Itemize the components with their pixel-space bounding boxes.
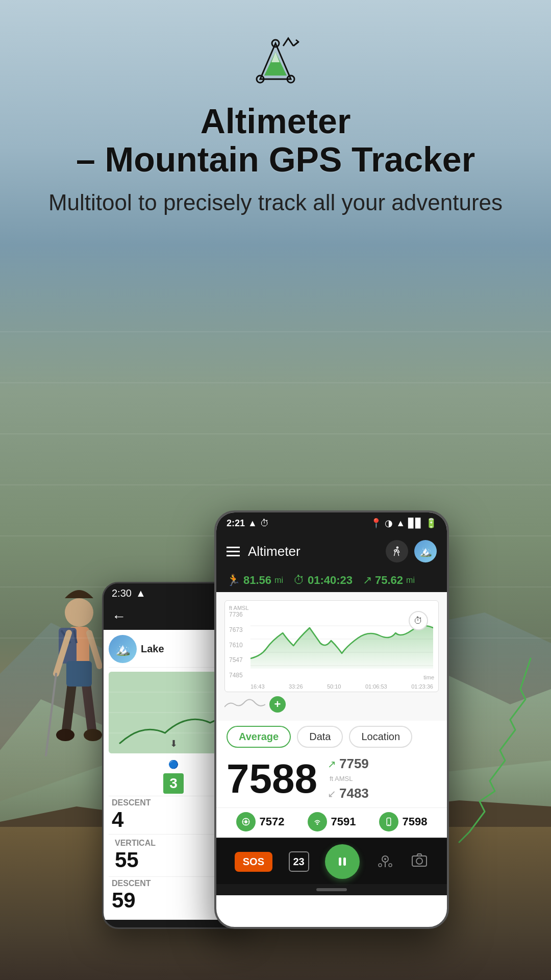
front-status-bar: 2:21 ▲ ⏱ 📍 ◑ ▲ ▊▊ 🔋 <box>216 512 447 534</box>
front-time: 2:21 <box>227 518 245 529</box>
back-time: 2:30 <box>112 587 132 599</box>
y-axis-labels: 7736 7673 7610 7547 7485 <box>229 611 243 679</box>
green-badge: 3 <box>163 773 184 794</box>
svg-point-47 <box>379 864 382 867</box>
svg-rect-44 <box>343 857 346 866</box>
app-logo <box>245 31 306 92</box>
header-title: Altimeter <box>248 544 300 559</box>
profile-icon[interactable]: 🏔️ <box>414 540 437 562</box>
tab-data[interactable]: Data <box>297 726 343 748</box>
status-triangle: ▲ <box>248 518 257 529</box>
chart-svg <box>251 612 433 679</box>
wifi-sensor: 7591 <box>308 812 356 831</box>
side-readings: ↗ 7759 ft AMSL ↙ 7483 <box>328 756 369 801</box>
wifi-value: 7591 <box>331 815 356 828</box>
status-location-icon: 📍 <box>370 518 382 529</box>
wifi-icon <box>308 812 327 831</box>
svg-point-40 <box>316 823 318 825</box>
gps-sensor: 7572 <box>236 812 285 831</box>
waypoint-icon <box>376 851 394 873</box>
timer-button[interactable]: ⏱ <box>409 611 428 630</box>
phone-sensor-icon <box>379 812 398 831</box>
lake-name: Lake <box>141 643 164 655</box>
chart-area: 7736 7673 7610 7547 7485 ft AMSL time <box>216 592 447 721</box>
home-indicator <box>316 888 347 891</box>
top-section: Altimeter – Mountain GPS Tracker Multito… <box>0 31 551 218</box>
tab-location[interactable]: Location <box>349 726 412 748</box>
add-button[interactable]: + <box>269 696 286 713</box>
status-clock-icon: ⏱ <box>260 518 269 529</box>
svg-point-48 <box>389 864 392 867</box>
reading-unit: ft AMSL <box>328 775 369 782</box>
y-unit-label: ft AMSL <box>229 605 249 611</box>
back-status-icon: ▲ <box>136 587 146 599</box>
elevation-value: 75.62 <box>375 574 403 587</box>
app-title: Altimeter – Mountain GPS Tracker <box>0 102 551 179</box>
distance-unit: mi <box>274 576 283 585</box>
sensor-row: 7572 7591 <box>216 807 447 838</box>
distance-value: 81.56 <box>243 574 271 587</box>
calendar-date: 23 <box>293 856 304 868</box>
elevation-unit: mi <box>406 576 415 585</box>
location-nav-item[interactable] <box>376 851 394 873</box>
status-battery-icon: 🔋 <box>425 518 437 529</box>
baro-sensor: 7598 <box>379 812 428 831</box>
runner-icon[interactable] <box>386 540 408 562</box>
svg-point-50 <box>416 858 422 864</box>
svg-point-29 <box>396 546 399 549</box>
svg-point-46 <box>384 858 386 860</box>
camera-nav-item[interactable] <box>410 851 429 873</box>
phones-container: 2:30 ▲ ← 🏔️ Lake <box>0 510 551 929</box>
elevation-chart: 7736 7673 7610 7547 7485 ft AMSL time <box>224 600 439 692</box>
pause-button[interactable] <box>325 844 360 879</box>
wave-decoration <box>224 697 265 712</box>
sos-button[interactable]: SOS <box>235 852 272 872</box>
tab-average[interactable]: Average <box>227 726 291 748</box>
status-wifi-icon: ▲ <box>396 518 405 529</box>
camera-icon <box>410 851 429 873</box>
phone-front: 2:21 ▲ ⏱ 📍 ◑ ▲ ▊▊ 🔋 Altimeter <box>214 510 449 929</box>
stats-bar: 🏃 81.56 mi ⏱ 01:40:23 ↗ 75.62 mi <box>216 569 447 592</box>
gps-value: 7572 <box>260 815 285 828</box>
calendar-nav-item[interactable]: 23 <box>289 851 309 872</box>
main-reading-section: 7588 ↗ 7759 ft AMSL ↙ 7483 <box>216 756 447 807</box>
tabs-section: Average Data Location <box>216 721 447 748</box>
bottom-nav: SOS 23 <box>216 838 447 884</box>
hamburger-menu[interactable] <box>227 547 240 556</box>
play-pause-nav-item[interactable] <box>325 844 360 879</box>
home-indicator-bar <box>216 884 447 895</box>
tabs-row: Average Data Location <box>227 726 437 748</box>
back-button[interactable]: ← <box>112 608 126 625</box>
time-value: 01:40:23 <box>308 574 353 587</box>
calendar-icon: 23 <box>289 851 309 872</box>
min-reading: 7483 <box>339 786 369 801</box>
baro-value: 7598 <box>403 815 428 828</box>
sos-nav-item[interactable]: SOS <box>235 852 272 872</box>
status-brightness-icon: ◑ <box>385 518 393 529</box>
main-altitude: 7588 <box>227 758 317 799</box>
svg-point-34 <box>244 820 247 823</box>
svg-rect-43 <box>339 857 341 866</box>
x-axis-labels: 16:43 33:26 50:10 01:06:53 01:23:36 <box>251 683 433 690</box>
front-header: Altimeter 🏔️ <box>216 534 447 569</box>
max-reading: 7759 <box>339 756 369 772</box>
gps-icon <box>236 812 256 831</box>
status-signal-icon: ▊▊ <box>408 518 422 529</box>
app-subtitle: Multitool to precisely track all your ad… <box>0 187 551 218</box>
